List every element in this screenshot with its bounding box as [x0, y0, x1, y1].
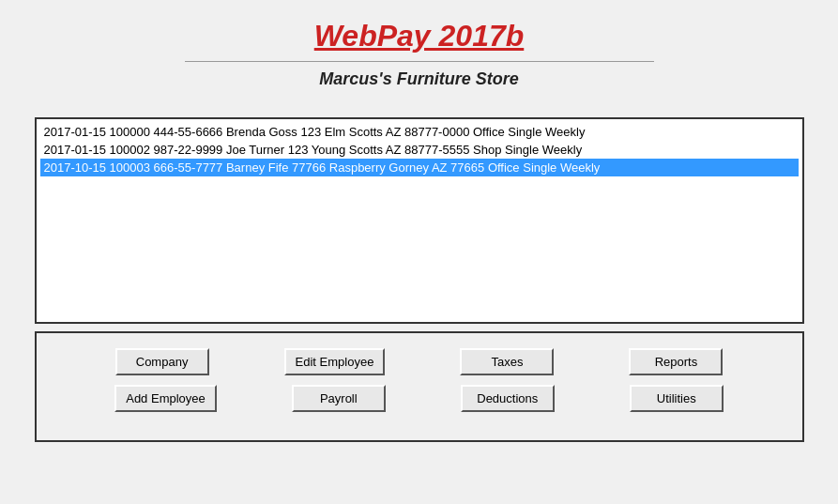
- taxes-button[interactable]: Taxes: [460, 348, 554, 375]
- app-title: WebPay 2017b: [185, 19, 654, 53]
- reports-button[interactable]: Reports: [629, 348, 723, 375]
- button-row-2: Add EmployeePayrollDeductionsUtilities: [55, 385, 784, 412]
- edit-employee-button[interactable]: Edit Employee: [284, 348, 386, 375]
- company-button[interactable]: Company: [115, 348, 209, 375]
- list-item[interactable]: 2017-10-15 100003 666-55-7777 Barney Fif…: [40, 159, 799, 176]
- payroll-button[interactable]: Payroll: [292, 385, 386, 412]
- employee-list[interactable]: 2017-01-15 100000 444-55-6666 Brenda Gos…: [35, 117, 804, 324]
- utilities-button[interactable]: Utilities: [630, 385, 724, 412]
- button-row-1: CompanyEdit EmployeeTaxesReports: [55, 348, 784, 375]
- deductions-button[interactable]: Deductions: [461, 385, 555, 412]
- button-panel: CompanyEdit EmployeeTaxesReports Add Emp…: [35, 331, 804, 442]
- header-divider: [185, 61, 654, 62]
- list-item[interactable]: 2017-01-15 100000 444-55-6666 Brenda Gos…: [40, 123, 799, 141]
- list-item[interactable]: 2017-01-15 100002 987-22-9999 Joe Turner…: [40, 141, 799, 159]
- add-employee-button[interactable]: Add Employee: [114, 385, 217, 412]
- main-content: 2017-01-15 100000 444-55-6666 Brenda Gos…: [35, 117, 804, 442]
- app-header: WebPay 2017b Marcus's Furniture Store: [185, 19, 654, 89]
- company-name: Marcus's Furniture Store: [185, 69, 654, 89]
